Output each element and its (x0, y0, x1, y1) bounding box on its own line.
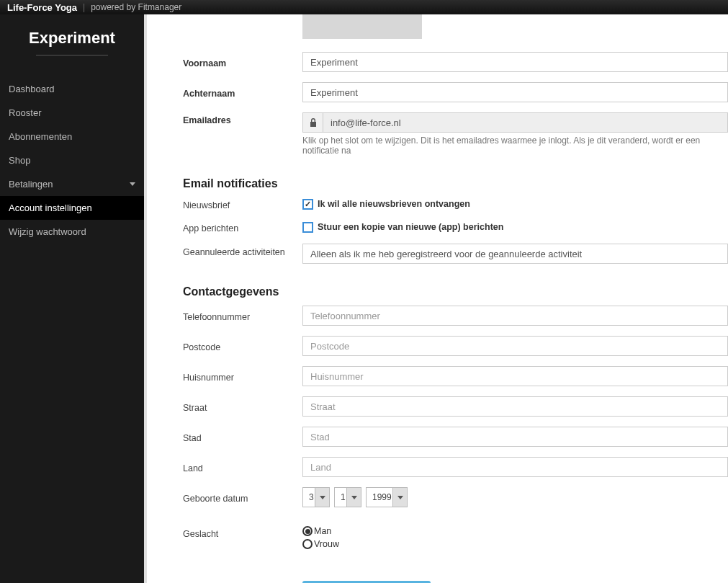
select-birth-month[interactable]: 1 (334, 487, 361, 507)
birth-day-value: 3 (303, 492, 315, 502)
label-telefoon: Telefoonnummer (183, 309, 302, 322)
select-cancelled-activities[interactable] (302, 244, 728, 264)
label-app-berichten: App berichten (183, 221, 302, 233)
birth-year-value: 1999 (367, 492, 392, 502)
sidebar-title-underline (36, 55, 108, 55)
nav-label: Account instellingen (9, 203, 92, 213)
avatar-placeholder[interactable] (302, 14, 422, 39)
label-stad: Stad (183, 430, 302, 443)
label-straat: Straat (183, 400, 302, 413)
label-geannuleerde: Geannuleerde activiteiten (183, 244, 302, 258)
brand-name: Life-Force Yoga (7, 2, 77, 13)
label-email: Emailadres (183, 112, 302, 125)
topbar: Life-Force Yoga | powered by Fitmanager (0, 0, 728, 14)
chevron-down-icon (392, 488, 407, 507)
chevron-down-icon (315, 488, 329, 507)
nav-wijzig-wachtwoord[interactable]: Wijzig wachtwoord (0, 220, 144, 244)
sidebar-title: Experiment (0, 29, 144, 48)
sidebar: Experiment Dashboard Rooster Abonnemente… (0, 14, 144, 583)
input-email (323, 113, 727, 132)
input-huisnummer[interactable] (302, 366, 728, 386)
brand-divider: | (83, 2, 85, 12)
nav-label: Abonnementen (9, 131, 72, 142)
email-hint: Klik op het slot om te wijzigen. Dit is … (302, 135, 728, 156)
nav-abonnementen[interactable]: Abonnementen (0, 125, 144, 148)
section-email-notifications: Email notificaties (183, 177, 728, 190)
main-content: Voornaam Achternaam Emailadres Klik op h… (144, 14, 728, 583)
nav-shop[interactable]: Shop (0, 148, 144, 172)
select-birth-day[interactable]: 3 (302, 487, 330, 507)
radio-man-label: Man (314, 526, 331, 536)
label-geboorte-datum: Geboorte datum (183, 491, 302, 504)
nav-rooster[interactable]: Rooster (0, 101, 144, 125)
nav-list: Dashboard Rooster Abonnementen Shop Beta… (0, 77, 144, 244)
nav-label: Wijzig wachtwoord (9, 226, 86, 237)
input-straat[interactable] (302, 396, 728, 417)
label-huisnummer: Huisnummer (183, 370, 302, 383)
input-telefoon[interactable] (302, 306, 728, 326)
label-geslacht: Geslacht (183, 526, 302, 539)
powered-by-text: powered by Fitmanager (91, 2, 181, 12)
nav-label: Rooster (9, 107, 42, 118)
radio-vrouw-label: Vrouw (314, 539, 339, 549)
input-voornaam[interactable] (302, 52, 728, 72)
nav-label: Dashboard (9, 84, 55, 94)
nav-betalingen[interactable]: Betalingen (0, 172, 144, 196)
nav-account-instellingen[interactable]: Account instellingen (0, 196, 144, 220)
birth-month-value: 1 (335, 492, 346, 502)
nav-label: Betalingen (9, 179, 53, 190)
label-voornaam: Voornaam (183, 55, 302, 68)
checkbox-nieuwsbrief-label: Ik wil alle nieuwsbrieven ontvangen (318, 199, 470, 209)
label-land: Land (183, 460, 302, 473)
input-stad[interactable] (302, 427, 728, 447)
lock-icon[interactable] (303, 113, 323, 132)
nav-label: Shop (9, 155, 30, 166)
email-input-group (302, 112, 728, 133)
input-land[interactable] (302, 457, 728, 477)
section-contactgegevens: Contactgegevens (183, 285, 728, 298)
checkbox-app-berichten[interactable] (302, 222, 313, 233)
input-postcode[interactable] (302, 336, 728, 356)
chevron-down-icon (130, 182, 135, 186)
input-achternaam[interactable] (302, 82, 728, 102)
chevron-down-icon (346, 488, 361, 507)
checkbox-nieuwsbrief[interactable] (302, 199, 313, 210)
label-nieuwsbrief: Nieuwsbrief (183, 197, 302, 210)
label-postcode: Postcode (183, 339, 302, 352)
checkbox-app-berichten-label: Stuur een kopie van nieuwe (app) bericht… (318, 222, 503, 232)
label-achternaam: Achternaam (183, 86, 302, 99)
radio-man[interactable] (302, 526, 313, 536)
nav-dashboard[interactable]: Dashboard (0, 77, 144, 101)
select-birth-year[interactable]: 1999 (366, 487, 408, 507)
radio-vrouw[interactable] (302, 539, 313, 549)
